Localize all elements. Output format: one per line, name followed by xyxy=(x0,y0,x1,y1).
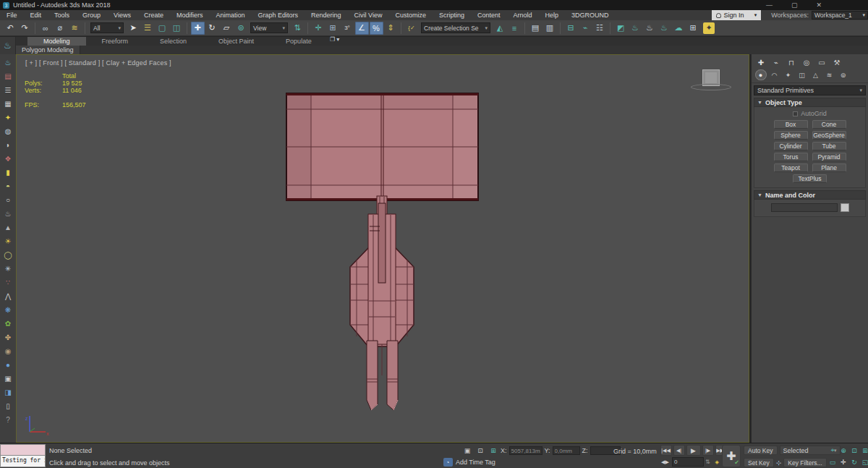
menu-tools[interactable]: Tools xyxy=(48,10,76,20)
front-viewport[interactable]: [ + ] [ Front ] [ Standard ] [ Clay + Ed… xyxy=(16,54,749,443)
restore-button[interactable]: ▢ xyxy=(791,1,798,9)
redo-icon[interactable]: ↷ xyxy=(18,22,32,35)
rail-color-spheres-icon[interactable]: ❖ xyxy=(1,152,14,166)
ribbon-tab-modeling[interactable]: Modeling xyxy=(27,37,86,46)
menu-group[interactable]: Group xyxy=(76,10,107,20)
align-icon[interactable]: ≡ xyxy=(508,22,522,35)
zoom-all-icon[interactable]: ⊕ xyxy=(839,446,848,455)
rail-rock-icon[interactable]: ◉ xyxy=(1,344,14,358)
rail-box-primitive-icon[interactable]: ▮ xyxy=(1,166,14,179)
menu-graph-editors[interactable]: Graph Editors xyxy=(251,10,305,20)
toggle-scene-explorer-icon[interactable]: ▤ xyxy=(529,22,542,35)
ribbon-tab-selection[interactable]: Selection xyxy=(144,37,203,46)
key-steps-toggle-icon[interactable]: ◈ xyxy=(712,457,722,467)
rail-sun-icon[interactable]: ☀ xyxy=(1,234,14,248)
next-frame-icon[interactable]: |▶ xyxy=(702,445,714,456)
shapes-category-tab[interactable]: ◠ xyxy=(769,69,780,80)
rail-projector-icon[interactable]: ◍ xyxy=(1,124,14,138)
select-and-move-icon[interactable]: ✚ xyxy=(191,22,205,35)
ribbon-tab-populate[interactable]: Populate xyxy=(270,37,328,46)
rail-clipboard-icon[interactable]: ▣ xyxy=(1,372,14,386)
polygon-modeling-panel-tab[interactable]: Polygon Modeling xyxy=(16,46,80,54)
use-pivot-point-center-icon[interactable]: ⇅ xyxy=(291,22,305,35)
key-filter-icon[interactable]: ⊹ xyxy=(776,459,782,467)
listener-pane[interactable]: Testing for i xyxy=(0,456,46,467)
angle-snap-toggle-icon[interactable]: ∠ xyxy=(355,22,369,35)
menu-3dground[interactable]: 3DGROUND xyxy=(565,10,616,20)
menu-rendering[interactable]: Rendering xyxy=(305,10,348,20)
set-key-button[interactable]: Set Key xyxy=(744,458,774,467)
tube-button[interactable]: Tube xyxy=(812,142,846,150)
key-mode-toggle-icon[interactable]: ◀▶ xyxy=(660,457,671,467)
menu-help[interactable]: Help xyxy=(538,10,565,20)
motion-panel-tab[interactable]: ◎ xyxy=(801,56,813,68)
render-in-cloud-icon[interactable]: ☁ xyxy=(672,22,686,35)
plugin-button-icon[interactable]: ✦ xyxy=(703,22,715,34)
selection-lock-toggle-icon[interactable]: ⊡ xyxy=(475,446,486,456)
rail-material-sphere-icon[interactable]: ● xyxy=(1,358,14,372)
geometry-category-tab[interactable]: ● xyxy=(755,69,767,80)
select-by-name-icon[interactable]: ☰ xyxy=(141,22,155,35)
curve-editor-icon[interactable]: ⌁ xyxy=(579,22,592,35)
isolate-selection-toggle-icon[interactable]: ▣ xyxy=(462,446,473,456)
rail-scene-window-icon[interactable]: ▤ xyxy=(1,69,14,83)
cone-button[interactable]: Cone xyxy=(812,120,846,129)
menu-edit[interactable]: Edit xyxy=(24,10,48,20)
object-color-swatch[interactable] xyxy=(841,203,849,212)
workspace-dropdown[interactable]: Workspace_1 ▾ xyxy=(812,11,868,20)
view-cube[interactable] xyxy=(691,69,731,94)
rail-creature-icon[interactable]: ✤ xyxy=(1,331,14,344)
rail-teapot2-icon[interactable]: ♨ xyxy=(1,207,14,221)
object-name-input[interactable] xyxy=(771,203,838,212)
viewport-label[interactable]: [ + ] [ Front ] [ Standard ] [ Clay + Ed… xyxy=(25,59,171,67)
rail-document-icon[interactable]: ▯ xyxy=(1,399,14,413)
rail-dome-icon[interactable]: ◓ xyxy=(1,179,14,193)
rail-compound-spheres-icon[interactable]: ∵ xyxy=(1,276,14,289)
rendered-frame-window-icon[interactable]: ♨ xyxy=(643,22,657,35)
ribbon-tab-object-paint[interactable]: Object Paint xyxy=(203,37,270,46)
zoom-region-icon[interactable]: ▭ xyxy=(828,457,838,467)
menu-file[interactable]: File xyxy=(0,10,24,20)
go-to-start-icon[interactable]: |◀◀ xyxy=(660,445,672,456)
hierarchy-panel-tab[interactable]: ⊓ xyxy=(786,56,798,68)
geosphere-button[interactable]: GeoSphere xyxy=(812,131,846,140)
mirror-icon[interactable]: ◭ xyxy=(493,22,507,35)
snaps-toggle-3d-icon[interactable]: 3° xyxy=(341,22,354,35)
transform-type-in-icon[interactable]: ⊞ xyxy=(488,446,499,456)
reference-coordinate-system-dropdown[interactable]: View▾ xyxy=(250,22,288,33)
select-and-manipulate-icon[interactable]: ✛ xyxy=(312,22,326,35)
y-coordinate-field[interactable] xyxy=(553,446,580,455)
rail-light-icon[interactable]: ✦ xyxy=(1,111,14,124)
select-object-icon[interactable]: ➤ xyxy=(127,22,140,35)
toggle-layer-explorer-icon[interactable]: ▥ xyxy=(543,22,557,35)
menu-animation[interactable]: Animation xyxy=(209,10,251,20)
menu-customize[interactable]: Customize xyxy=(388,10,433,20)
sign-in-button[interactable]: Sign In ▾ xyxy=(712,10,762,20)
cylinder-button[interactable]: Cylinder xyxy=(774,142,808,150)
object-type-rollout-header[interactable]: ▼ Object Type xyxy=(754,98,866,107)
render-flyout-icon[interactable]: ⊞ xyxy=(686,22,700,35)
render-setup-icon[interactable]: ♨ xyxy=(629,22,642,35)
spinner-snap-toggle-icon[interactable]: ⇕ xyxy=(384,22,398,35)
cameras-category-tab[interactable]: ◫ xyxy=(796,69,808,80)
rail-ik-icon[interactable]: ⋀ xyxy=(1,289,14,303)
percent-snap-toggle-icon[interactable]: % xyxy=(370,22,383,35)
selection-filter-dropdown[interactable]: All▾ xyxy=(90,22,124,33)
rail-foliage-icon[interactable]: ✿ xyxy=(1,317,14,331)
set-keys-button[interactable]: ✚ ✔ xyxy=(722,445,741,467)
render-production-icon[interactable]: ♨ xyxy=(658,22,671,35)
menu-views[interactable]: Views xyxy=(107,10,137,20)
rail-particles-icon[interactable]: ✳ xyxy=(1,262,14,276)
undo-icon[interactable]: ↶ xyxy=(4,22,17,35)
window-crossing-icon[interactable]: ◫ xyxy=(170,22,184,35)
play-animation-icon[interactable]: ▶ xyxy=(686,445,701,456)
menu-content[interactable]: Content xyxy=(471,10,507,20)
box-button[interactable]: Box xyxy=(774,120,808,129)
unlink-selection-icon[interactable]: ⌀ xyxy=(54,22,67,35)
rail-cone-icon[interactable]: ▲ xyxy=(1,221,14,234)
spacewarps-category-tab[interactable]: ≋ xyxy=(824,69,835,80)
zoom-extents-icon[interactable]: ⊡ xyxy=(850,446,859,455)
sphere-button[interactable]: Sphere xyxy=(774,131,808,140)
pan-icon[interactable]: ✛ xyxy=(839,457,848,467)
autogrid-checkbox[interactable] xyxy=(793,111,798,116)
